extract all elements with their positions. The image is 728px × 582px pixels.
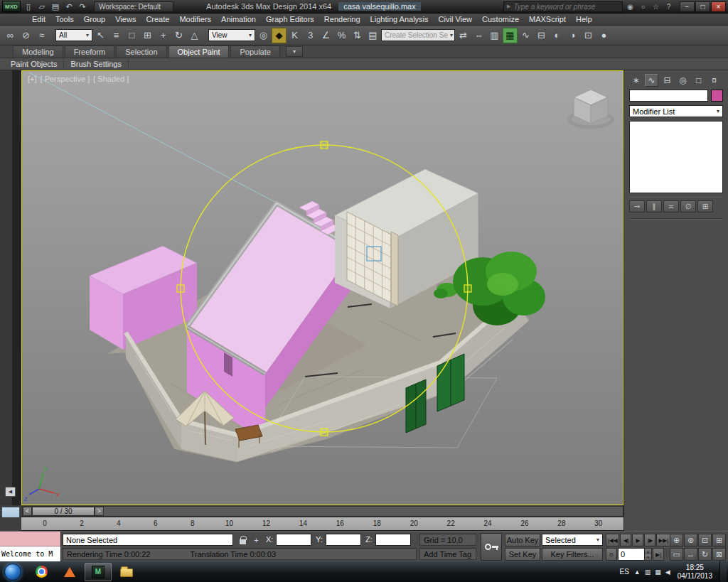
taskbar-chrome-button[interactable] bbox=[28, 563, 55, 581]
help-icon[interactable]: ? bbox=[663, 3, 675, 11]
display-tab-icon[interactable]: □ bbox=[692, 74, 705, 87]
network-icon[interactable]: ▦ bbox=[655, 568, 661, 576]
y-coordinate-input[interactable] bbox=[326, 534, 361, 546]
schematic-view-icon[interactable]: ⊟ bbox=[534, 28, 549, 43]
action-center-icon[interactable]: ▥ bbox=[645, 568, 651, 576]
taskbar-explorer-button[interactable] bbox=[113, 563, 140, 581]
object-color-swatch[interactable] bbox=[711, 90, 723, 102]
frame-number-spinner[interactable]: ▴▾ bbox=[618, 548, 652, 561]
material-editor-icon[interactable]: ◐ bbox=[550, 28, 564, 43]
modify-tab-icon[interactable]: ∿ bbox=[645, 74, 658, 87]
menu-item[interactable]: Customize bbox=[477, 14, 524, 25]
close-button[interactable]: × bbox=[711, 1, 726, 12]
taskbar-3dsmax-button[interactable]: M bbox=[85, 563, 112, 581]
pan-icon[interactable]: ↔ bbox=[684, 548, 697, 561]
viewport-menu-shading[interactable]: [ Shaded ] bbox=[93, 75, 129, 83]
set-keys-button[interactable] bbox=[481, 533, 502, 561]
time-slider-handle[interactable]: 0 / 30 bbox=[32, 507, 95, 516]
start-button[interactable] bbox=[4, 564, 21, 581]
remove-modifier-button[interactable]: ∅ bbox=[680, 200, 696, 212]
selection-region-icon[interactable]: □ bbox=[124, 28, 139, 43]
sign-in-icon[interactable]: ○ bbox=[637, 3, 649, 11]
menu-item[interactable]: Lighting Analysis bbox=[365, 14, 434, 25]
time-step-forward-button[interactable]: > bbox=[95, 507, 104, 516]
listener-script-line[interactable]: Welcome to M bbox=[0, 546, 60, 561]
ribbon-tab-modeling[interactable]: Modeling bbox=[13, 45, 63, 58]
track-bar[interactable]: 024681012141618202224262830 bbox=[21, 517, 623, 531]
render-setup-icon[interactable]: ◑ bbox=[565, 28, 580, 43]
undo-icon[interactable]: ↶ bbox=[63, 1, 75, 12]
key-filters-button[interactable]: Key Filters... bbox=[542, 548, 603, 561]
search-box[interactable]: ▶ bbox=[503, 1, 623, 12]
absolute-offset-toggle[interactable]: + bbox=[250, 534, 262, 546]
show-end-result-button[interactable]: ∥ bbox=[646, 200, 662, 212]
viewport-menu-pov[interactable]: [ Perspective ] bbox=[41, 75, 90, 83]
workspace-dropdown[interactable]: Workspace: Default ▾ bbox=[94, 1, 173, 12]
key-mode-toggle-button[interactable]: ⊙ bbox=[606, 548, 617, 561]
select-by-name-icon[interactable]: ≡ bbox=[109, 28, 124, 43]
listener-macro-line[interactable] bbox=[0, 532, 60, 546]
zoom-all-icon[interactable]: ⊛ bbox=[684, 534, 697, 546]
pin-stack-button[interactable]: ⊸ bbox=[629, 200, 645, 212]
auto-key-button[interactable]: Auto Key bbox=[505, 534, 540, 546]
zoom-icon[interactable]: ⊕ bbox=[670, 534, 683, 546]
toggle-ribbon-icon[interactable]: ▦ bbox=[503, 28, 518, 43]
hierarchy-tab-icon[interactable]: ⊟ bbox=[660, 74, 674, 87]
subtab-paint-objects[interactable]: Paint Objects bbox=[4, 59, 64, 69]
keyboard-override-icon[interactable]: K bbox=[287, 28, 302, 43]
select-and-scale-icon[interactable]: △ bbox=[187, 28, 202, 43]
menu-item[interactable]: Help bbox=[571, 14, 597, 25]
menu-item[interactable]: Group bbox=[79, 14, 111, 25]
tray-expand-icon[interactable]: ▲ bbox=[634, 568, 641, 576]
modifier-stack-list[interactable] bbox=[629, 121, 723, 193]
play-button[interactable]: ▶ bbox=[632, 534, 643, 546]
motion-tab-icon[interactable]: ◎ bbox=[676, 74, 690, 87]
go-to-end-button[interactable]: ▶▶| bbox=[656, 534, 670, 546]
go-to-start-button[interactable]: |◀◀ bbox=[606, 534, 619, 546]
edit-named-selection-sets-icon[interactable]: ▤ bbox=[365, 28, 380, 43]
time-step-back-button[interactable]: < bbox=[23, 507, 32, 516]
next-frame-button[interactable]: |▶ bbox=[644, 534, 655, 546]
select-and-link-icon[interactable]: ∞ bbox=[3, 28, 18, 43]
volume-icon[interactable]: ◀ bbox=[665, 568, 670, 576]
subtab-brush-settings[interactable]: Brush Settings bbox=[64, 59, 129, 69]
next-key-button[interactable]: ▶| bbox=[653, 548, 664, 561]
use-pivot-center-icon[interactable]: ◎ bbox=[256, 28, 271, 43]
language-indicator[interactable]: ES bbox=[619, 568, 628, 576]
selection-lock-toggle[interactable] bbox=[237, 534, 249, 546]
orbit-icon[interactable]: ↻ bbox=[698, 548, 712, 561]
frame-number-input[interactable] bbox=[618, 548, 645, 561]
create-tab-icon[interactable]: ∗ bbox=[629, 74, 643, 87]
save-file-icon[interactable]: ▤ bbox=[49, 1, 62, 12]
add-time-tag-field[interactable]: Add Time Tag bbox=[419, 548, 476, 560]
maximize-viewport-icon[interactable]: ⊠ bbox=[712, 548, 726, 561]
window-crossing-icon[interactable]: ⊞ bbox=[140, 28, 155, 43]
ribbon-tab-freeform[interactable]: Freeform bbox=[65, 45, 115, 58]
make-unique-button[interactable]: ≍ bbox=[663, 200, 679, 212]
menu-item[interactable]: Edit bbox=[27, 14, 50, 25]
object-name-input[interactable] bbox=[629, 90, 708, 102]
bind-to-space-warp-icon[interactable]: ≈ bbox=[34, 28, 49, 43]
curve-editor-icon[interactable]: ∿ bbox=[518, 28, 533, 43]
menu-item[interactable]: Animation bbox=[216, 14, 261, 25]
layer-manager-icon[interactable]: ▥ bbox=[487, 28, 502, 43]
communication-center-icon[interactable]: ◉ bbox=[624, 3, 636, 11]
menu-item[interactable]: MAXScript bbox=[524, 14, 571, 25]
spinner-arrows[interactable]: ▴▾ bbox=[645, 548, 652, 561]
taskbar-media-button[interactable] bbox=[56, 563, 83, 581]
clock[interactable]: 18:25 04/11/2013 bbox=[678, 564, 712, 581]
utilities-tab-icon[interactable]: ¤ bbox=[707, 74, 721, 87]
modifier-list-dropdown[interactable]: Modifier List ▾ bbox=[629, 105, 723, 117]
maximize-button[interactable]: □ bbox=[695, 1, 710, 12]
configure-modifier-sets-button[interactable]: ⊞ bbox=[697, 200, 713, 212]
reference-coordinate-dropdown[interactable]: View ▾ bbox=[208, 29, 255, 41]
key-mode-dropdown[interactable]: Selected ▾ bbox=[542, 534, 603, 546]
ribbon-tab-object-paint[interactable]: Object Paint bbox=[168, 45, 230, 58]
application-menu-button[interactable]: MXD bbox=[2, 1, 21, 12]
perspective-viewport[interactable]: x y z [+][ Perspective ][ Shaded ] bbox=[21, 70, 623, 505]
mirror-icon[interactable]: ⇄ bbox=[456, 28, 471, 43]
selection-filter-dropdown[interactable]: All ▾ bbox=[55, 29, 92, 41]
select-object-icon[interactable]: ↖ bbox=[93, 28, 108, 43]
set-key-button[interactable]: Set Key bbox=[505, 548, 540, 561]
menu-item[interactable]: Create bbox=[141, 14, 174, 25]
